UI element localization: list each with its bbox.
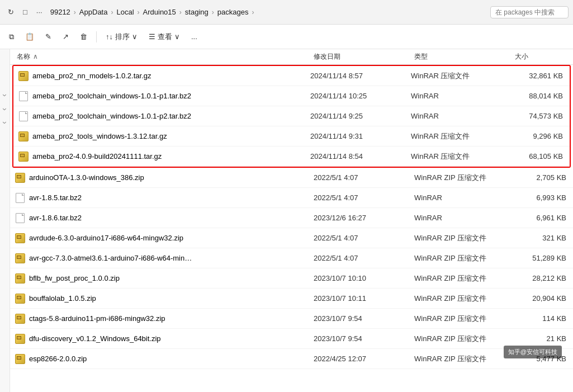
table-row[interactable]: esp8266-2.0.0.zip 2022/4/25 12:07 WinRAR… bbox=[10, 349, 573, 369]
crumb-appdata[interactable]: AppData bbox=[77, 7, 110, 17]
file-date: 2024/11/14 8:54 bbox=[308, 152, 409, 160]
file-name-cell: avrdude-6.3.0-arduino17-i686-w64-mingw32… bbox=[15, 233, 311, 244]
table-row[interactable]: arduinoOTA-1.3.0-windows_386.zip 2022/5/… bbox=[10, 168, 573, 188]
file-date: 2023/10/7 10:11 bbox=[311, 294, 412, 303]
file-icon bbox=[18, 91, 29, 102]
archive-icon bbox=[15, 233, 25, 243]
plain-file-icon bbox=[16, 213, 25, 223]
crumb-staging[interactable]: staging bbox=[183, 7, 211, 17]
file-date: 2024/11/14 9:31 bbox=[308, 132, 409, 140]
copy-button[interactable]: ⧉ bbox=[4, 30, 18, 44]
sort-button[interactable]: ↑↓ 排序 ∨ bbox=[101, 29, 142, 45]
table-row[interactable]: dfu-discovery_v0.1.2_Windows_64bit.zip 2… bbox=[10, 329, 573, 349]
share-button[interactable]: ↗ bbox=[58, 30, 73, 44]
table-row[interactable]: ctags-5.8-arduino11-pm-i686-mingw32.zip … bbox=[10, 309, 573, 329]
file-type: WinRAR ZIP 压缩文件 bbox=[412, 233, 513, 243]
nav-arrow3-icon[interactable]: › bbox=[1, 121, 10, 124]
file-name-cell: bouffalolab_1.0.5.zip bbox=[15, 293, 311, 304]
crumb-arduino15[interactable]: Arduino15 bbox=[141, 7, 178, 17]
table-row[interactable]: ameba_pro2_toolchain_windows-1.0.1-p1.ta… bbox=[13, 86, 570, 106]
delete-button[interactable]: 🗑 bbox=[75, 30, 92, 44]
file-icon bbox=[15, 333, 26, 344]
share-icon: ↗ bbox=[63, 32, 69, 41]
file-size: 9,296 KB bbox=[509, 132, 565, 140]
rename-icon: ✎ bbox=[45, 32, 51, 41]
col-name-header[interactable]: 名称 ∧ bbox=[15, 52, 311, 62]
crumb-99212[interactable]: 99212 bbox=[48, 7, 73, 17]
more-icon: ... bbox=[191, 32, 197, 41]
file-date: 2024/11/14 8:57 bbox=[308, 72, 409, 80]
nav-arrow-icon[interactable]: › bbox=[1, 94, 10, 97]
file-icon bbox=[15, 233, 26, 244]
view-label: 查看 bbox=[158, 32, 172, 42]
more-button[interactable]: ... bbox=[187, 30, 202, 44]
file-type: WinRAR 压缩文件 bbox=[409, 131, 509, 141]
table-row[interactable]: bflb_fw_post_proc_1.0.0.zip 2023/10/7 10… bbox=[10, 268, 573, 289]
archive-icon bbox=[15, 314, 25, 324]
view-chevron-icon: ∨ bbox=[174, 32, 180, 41]
file-type: WinRAR bbox=[409, 112, 509, 120]
file-date: 2022/5/1 4:07 bbox=[311, 173, 412, 182]
rename-button[interactable]: ✎ bbox=[41, 30, 56, 44]
col-date-header[interactable]: 修改日期 bbox=[311, 52, 412, 62]
highlighted-file-group: ameba_pro2_nn_models-1.0.2.tar.gz 2024/1… bbox=[12, 65, 571, 168]
file-type: WinRAR bbox=[412, 193, 513, 202]
file-size: 6,961 KB bbox=[513, 214, 569, 222]
file-name-cell: avr-gcc-7.3.0-atmel3.6.1-arduino7-i686-w… bbox=[15, 253, 311, 264]
plain-file-icon bbox=[16, 193, 25, 203]
file-name-cell: arduinoOTA-1.3.0-windows_386.zip bbox=[15, 172, 311, 183]
file-name-cell: ameba_pro2_nn_models-1.0.2.tar.gz bbox=[18, 70, 308, 82]
archive-icon bbox=[15, 334, 25, 344]
toolbar: ⧉ 📋 ✎ ↗ 🗑 ↑↓ 排序 ∨ ☰ 查看 ∨ ... bbox=[0, 25, 573, 49]
file-name-cell: ameba_pro2_toolchain_windows-1.0.1-p2.ta… bbox=[18, 111, 308, 122]
col-size-header[interactable]: 大小 bbox=[513, 52, 569, 62]
file-size: 6,993 KB bbox=[513, 193, 569, 202]
crumb-local[interactable]: Local bbox=[114, 7, 136, 17]
col-type-header[interactable]: 类型 bbox=[412, 52, 513, 62]
file-icon bbox=[15, 273, 26, 284]
table-row[interactable]: ameba_pro2-4.0.9-build20241111.tar.gz 20… bbox=[13, 147, 570, 167]
file-date: 2023/10/7 10:10 bbox=[311, 274, 412, 282]
search-input[interactable] bbox=[490, 6, 569, 18]
table-row[interactable]: ameba_pro2_toolchain_windows-1.0.1-p2.ta… bbox=[13, 106, 570, 126]
nav-more-button[interactable]: ··· bbox=[33, 6, 46, 18]
file-type: WinRAR 压缩文件 bbox=[409, 152, 509, 162]
table-row[interactable]: avr-gcc-7.3.0-atmel3.6.1-arduino7-i686-w… bbox=[10, 248, 573, 268]
file-type: WinRAR ZIP 压缩文件 bbox=[412, 334, 513, 344]
toolbar-separator bbox=[96, 31, 97, 42]
crumb-packages[interactable]: packages bbox=[215, 7, 251, 17]
file-size: 5,477 KB bbox=[513, 355, 569, 363]
file-name: avr-gcc-7.3.0-atmel3.6.1-arduino7-i686-w… bbox=[29, 254, 192, 262]
plain-file-icon bbox=[19, 111, 28, 121]
file-name: bflb_fw_post_proc_1.0.0.zip bbox=[29, 274, 120, 282]
nav-arrow2-icon[interactable]: › bbox=[1, 108, 10, 111]
file-name-cell: dfu-discovery_v0.1.2_Windows_64bit.zip bbox=[15, 333, 311, 344]
view-icon: ☰ bbox=[149, 32, 155, 41]
archive-icon bbox=[15, 253, 25, 263]
file-icon bbox=[15, 192, 26, 204]
table-row[interactable]: ameba_pro2_tools_windows-1.3.12.tar.gz 2… bbox=[13, 126, 570, 147]
file-date: 2022/5/1 4:07 bbox=[311, 193, 412, 202]
file-name: avr-1.8.6.tar.bz2 bbox=[29, 214, 82, 222]
file-list-container: 名称 ∧ 修改日期 类型 大小 ameba_pro2_nn_models-1.0… bbox=[10, 49, 573, 392]
file-date: 2022/5/1 4:07 bbox=[311, 234, 412, 242]
table-row[interactable]: bouffalolab_1.0.5.zip 2023/10/7 10:11 Wi… bbox=[10, 289, 573, 309]
table-row[interactable]: avrdude-6.3.0-arduino17-i686-w64-mingw32… bbox=[10, 228, 573, 248]
file-size: 28,212 KB bbox=[513, 274, 569, 282]
file-date: 2022/4/25 12:07 bbox=[311, 355, 412, 363]
file-type: WinRAR ZIP 压缩文件 bbox=[412, 294, 513, 304]
nav-forward-button[interactable]: □ bbox=[20, 6, 31, 18]
paste-button[interactable]: 📋 bbox=[21, 30, 39, 44]
breadcrumb: 99212 › AppData › Local › Arduino15 › st… bbox=[48, 7, 488, 17]
file-icon bbox=[15, 293, 26, 304]
file-icon bbox=[18, 111, 29, 122]
table-row[interactable]: avr-1.8.5.tar.bz2 2022/5/1 4:07 WinRAR 6… bbox=[10, 188, 573, 208]
file-date: 2024/11/14 9:25 bbox=[308, 112, 409, 120]
table-row[interactable]: ameba_pro2_nn_models-1.0.2.tar.gz 2024/1… bbox=[13, 66, 570, 86]
file-date: 2024/11/14 10:25 bbox=[308, 92, 409, 100]
view-button[interactable]: ☰ 查看 ∨ bbox=[144, 29, 184, 45]
file-name: dfu-discovery_v0.1.2_Windows_64bit.zip bbox=[29, 334, 161, 343]
refresh-button[interactable]: ↻ bbox=[4, 6, 17, 18]
file-size: 21 KB bbox=[513, 334, 569, 343]
table-row[interactable]: avr-1.8.6.tar.bz2 2023/12/6 16:27 WinRAR… bbox=[10, 208, 573, 228]
